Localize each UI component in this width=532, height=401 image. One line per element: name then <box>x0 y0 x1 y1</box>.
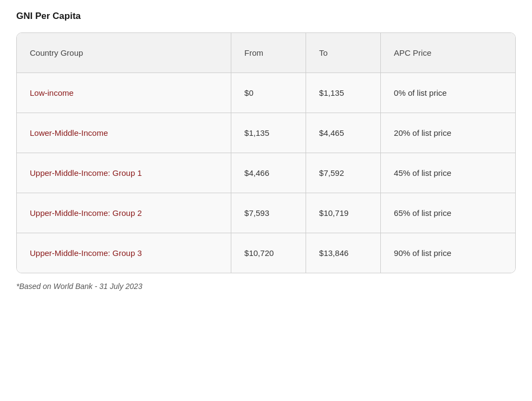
cell-apc-price: 0% of list price <box>381 73 515 113</box>
cell-from: $10,720 <box>231 233 306 273</box>
header-country-group: Country Group <box>17 33 231 73</box>
page-title: GNI Per Capita <box>16 11 516 22</box>
cell-to: $1,135 <box>306 73 381 113</box>
cell-to: $7,592 <box>306 153 381 193</box>
gni-table: Country Group From To APC Price Low-inco… <box>17 33 515 273</box>
table-row: Lower-Middle-Income$1,135$4,46520% of li… <box>17 113 515 153</box>
cell-apc-price: 65% of list price <box>381 193 515 233</box>
cell-from: $0 <box>231 73 306 113</box>
gni-table-container: Country Group From To APC Price Low-inco… <box>16 32 516 273</box>
cell-from: $4,466 <box>231 153 306 193</box>
cell-country-group: Upper-Middle-Income: Group 3 <box>17 233 231 273</box>
cell-country-group: Upper-Middle-Income: Group 2 <box>17 193 231 233</box>
table-row: Upper-Middle-Income: Group 1$4,466$7,592… <box>17 153 515 193</box>
cell-country-group: Low-income <box>17 73 231 113</box>
header-from: From <box>231 33 306 73</box>
cell-to: $4,465 <box>306 113 381 153</box>
cell-country-group: Upper-Middle-Income: Group 1 <box>17 153 231 193</box>
header-to: To <box>306 33 381 73</box>
cell-apc-price: 20% of list price <box>381 113 515 153</box>
cell-to: $13,846 <box>306 233 381 273</box>
table-row: Low-income$0$1,1350% of list price <box>17 73 515 113</box>
table-row: Upper-Middle-Income: Group 2$7,593$10,71… <box>17 193 515 233</box>
cell-apc-price: 90% of list price <box>381 233 515 273</box>
cell-from: $1,135 <box>231 113 306 153</box>
cell-from: $7,593 <box>231 193 306 233</box>
footnote: *Based on World Bank - 31 July 2023 <box>16 282 516 291</box>
cell-apc-price: 45% of list price <box>381 153 515 193</box>
cell-to: $10,719 <box>306 193 381 233</box>
header-apc-price: APC Price <box>381 33 515 73</box>
table-row: Upper-Middle-Income: Group 3$10,720$13,8… <box>17 233 515 273</box>
cell-country-group: Lower-Middle-Income <box>17 113 231 153</box>
table-header-row: Country Group From To APC Price <box>17 33 515 73</box>
table-body: Low-income$0$1,1350% of list priceLower-… <box>17 73 515 273</box>
